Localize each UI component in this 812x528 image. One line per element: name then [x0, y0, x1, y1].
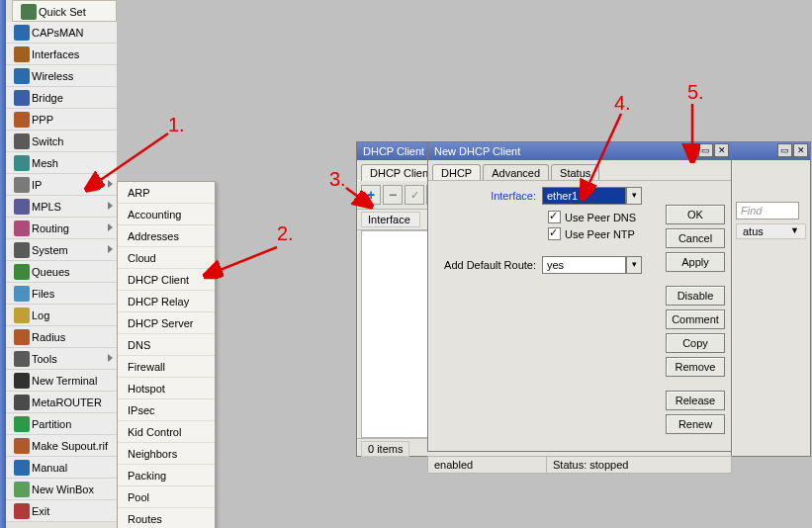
sidebar-item-switch[interactable]: Switch	[6, 131, 117, 152]
find-input[interactable]: Find	[736, 202, 799, 220]
chevron-down-icon[interactable]: ▾	[626, 256, 642, 274]
back-window: ▭ ✕ Find atus ▼	[731, 141, 811, 457]
cancel-button[interactable]: Cancel	[666, 228, 725, 248]
enable-button[interactable]: ✓	[405, 185, 424, 205]
status-text: Status: stopped	[547, 457, 731, 473]
status-items-count: 0 items	[361, 441, 409, 457]
sidebar-item-label: Quick Set	[39, 6, 86, 18]
submenu-item-dhcp-server[interactable]: DHCP Server	[118, 312, 215, 334]
tab-status[interactable]: Status	[551, 164, 599, 181]
submenu-item-pool[interactable]: Pool	[118, 486, 215, 508]
ok-button[interactable]: OK	[666, 205, 725, 224]
add-default-route-value: yes	[547, 259, 564, 271]
sidebar-item-label: Partition	[32, 418, 71, 430]
add-default-route-select[interactable]: yes ▾	[542, 256, 626, 274]
sidebar-item-label: System	[32, 244, 68, 256]
remove-button[interactable]: Remove	[666, 357, 725, 377]
close-icon[interactable]: ✕	[714, 143, 729, 157]
submenu-item-dhcp-relay[interactable]: DHCP Relay	[118, 291, 215, 312]
label-use-peer-ntp: Use Peer NTP	[565, 228, 635, 240]
sidebar-item-partition[interactable]: Partition	[6, 413, 117, 435]
sidebar-item-new-terminal[interactable]: New Terminal	[6, 370, 117, 392]
sidebar-item-label: Radius	[32, 331, 65, 343]
release-button[interactable]: Release	[666, 391, 725, 410]
use-peer-dns-checkbox[interactable]	[548, 211, 561, 223]
sidebar-item-make-supout-rif[interactable]: Make Supout.rif	[6, 435, 117, 457]
sidebar-item-system[interactable]: System	[6, 239, 117, 261]
sidebar-item-new-winbox[interactable]: New WinBox	[6, 479, 117, 500]
chevron-down-icon[interactable]: ▾	[626, 187, 642, 205]
sidebar-item-label: MPLS	[32, 201, 61, 213]
sidebar-item-mpls[interactable]: MPLS	[6, 196, 117, 218]
remove-button[interactable]: −	[383, 185, 403, 205]
disable-button[interactable]: Disable	[666, 286, 725, 306]
submenu-item-cloud[interactable]: Cloud	[118, 247, 215, 269]
annotation-2: 2.	[277, 222, 294, 245]
sidebar-item-label: New Terminal	[32, 375, 97, 387]
radius-icon	[14, 329, 30, 345]
new-terminal-icon	[14, 373, 30, 389]
submenu-item-routes[interactable]: Routes	[118, 508, 215, 528]
sidebar-item-wireless[interactable]: Wireless	[6, 65, 117, 87]
log-icon	[14, 308, 30, 323]
renew-button[interactable]: Renew	[666, 414, 725, 434]
column-header-interface[interactable]: Interface	[361, 212, 420, 227]
metarouter-icon	[14, 395, 30, 410]
sidebar-item-quick-set[interactable]: Quick Set	[12, 0, 117, 22]
sidebar-item-routing[interactable]: Routing	[6, 218, 117, 239]
add-button[interactable]: +	[361, 185, 381, 205]
use-peer-ntp-checkbox[interactable]	[548, 227, 561, 240]
submenu-item-dns[interactable]: DNS	[118, 334, 215, 356]
close-icon[interactable]: ✕	[793, 143, 808, 157]
restore-icon[interactable]: ▭	[777, 143, 792, 157]
sidebar-item-ip[interactable]: IP	[6, 174, 117, 196]
submenu-item-hotspot[interactable]: Hotspot	[118, 378, 215, 399]
new-winbox-icon	[14, 482, 30, 497]
manual-icon	[14, 460, 30, 476]
submenu-item-addresses[interactable]: Addresses	[118, 225, 215, 247]
sidebar-item-tools[interactable]: Tools	[6, 348, 117, 370]
new-dhcp-titlebar[interactable]: New DHCP Client ▭ ✕	[428, 142, 731, 160]
switch-icon	[14, 133, 30, 149]
mpls-icon	[14, 199, 30, 215]
submenu-item-accounting[interactable]: Accounting	[118, 204, 215, 225]
apply-button[interactable]: Apply	[666, 252, 725, 272]
submenu-item-neighbors[interactable]: Neighbors	[118, 443, 215, 465]
sidebar-item-label: Switch	[32, 135, 63, 147]
sidebar-item-files[interactable]: Files	[6, 283, 117, 305]
interfaces-icon	[14, 46, 30, 62]
queues-icon	[14, 264, 30, 280]
submenu-item-packing[interactable]: Packing	[118, 465, 215, 486]
back-window-titlebar: ▭ ✕	[732, 142, 810, 160]
sidebar-item-radius[interactable]: Radius	[6, 326, 117, 348]
sidebar-item-manual[interactable]: Manual	[6, 457, 117, 479]
capsman-icon	[14, 25, 30, 41]
sidebar-item-label: Bridge	[32, 92, 63, 104]
column-header-status[interactable]: atus ▼	[736, 223, 806, 239]
submenu-item-dhcp-client[interactable]: DHCP Client	[118, 269, 215, 291]
sidebar-item-bridge[interactable]: Bridge	[6, 87, 117, 109]
minus-icon: −	[389, 187, 397, 203]
sidebar-item-capsman[interactable]: CAPsMAN	[6, 22, 117, 44]
system-icon	[14, 242, 30, 258]
sidebar-item-exit[interactable]: Exit	[6, 500, 117, 522]
submenu-item-arp[interactable]: ARP	[118, 182, 215, 204]
sidebar-item-log[interactable]: Log	[6, 305, 117, 326]
sidebar-item-interfaces[interactable]: Interfaces	[6, 44, 117, 65]
sidebar-item-metarouter[interactable]: MetaROUTER	[6, 392, 117, 413]
submenu-item-ipsec[interactable]: IPsec	[118, 399, 215, 421]
submenu-item-firewall[interactable]: Firewall	[118, 356, 215, 378]
tab-dhcp[interactable]: DHCP	[432, 164, 481, 181]
sidebar-item-queues[interactable]: Queues	[6, 261, 117, 283]
comment-button[interactable]: Comment	[666, 309, 725, 329]
sidebar-item-label: Queues	[32, 266, 70, 278]
sidebar-item-ppp[interactable]: PPP	[6, 109, 117, 131]
tab-advanced[interactable]: Advanced	[483, 164, 549, 181]
restore-icon[interactable]: ▭	[698, 143, 713, 157]
dialog-title: New DHCP Client	[434, 145, 520, 157]
submenu-item-kid-control[interactable]: Kid Control	[118, 421, 215, 443]
interface-select[interactable]: ether1 ▾	[542, 187, 626, 205]
sidebar-item-mesh[interactable]: Mesh	[6, 152, 117, 174]
copy-button[interactable]: Copy	[666, 333, 725, 353]
sidebar-item-label: Log	[32, 309, 49, 321]
